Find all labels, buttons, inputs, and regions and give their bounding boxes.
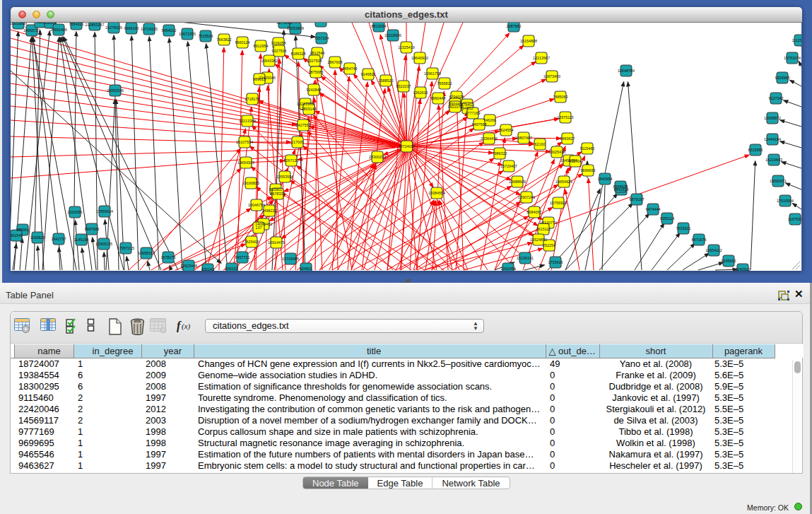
svg-text:f: f (177, 320, 182, 332)
svg-text:989015: 989015 (253, 77, 266, 81)
svg-text:18724007: 18724007 (399, 144, 416, 148)
svg-text:685061: 685061 (16, 228, 29, 232)
svg-text:1621072: 1621072 (448, 105, 463, 109)
svg-text:12213369: 12213369 (297, 102, 314, 106)
svg-text:3624554: 3624554 (499, 128, 514, 132)
svg-text:1640954: 1640954 (598, 177, 613, 181)
svg-text:10807487: 10807487 (515, 136, 532, 140)
svg-text:7654321: 7654321 (69, 23, 84, 26)
svg-text:12975115: 12975115 (557, 115, 574, 119)
svg-text:1092450: 1092450 (501, 267, 516, 271)
svg-text:9997586: 9997586 (85, 227, 100, 231)
svg-text:12213369: 12213369 (239, 119, 256, 123)
svg-text:9084067: 9084067 (527, 210, 542, 214)
svg-text:9327508: 9327508 (307, 59, 322, 63)
svg-text:17016504: 17016504 (777, 199, 794, 203)
svg-text:2942737: 2942737 (52, 237, 66, 241)
svg-text:4532178: 4532178 (314, 23, 329, 23)
svg-text:495704: 495704 (569, 159, 582, 163)
svg-text:16543382: 16543382 (261, 59, 278, 63)
svg-text:9699695: 9699695 (581, 168, 596, 173)
svg-text:9245652: 9245652 (722, 259, 736, 263)
svg-text:2687682: 2687682 (507, 24, 522, 28)
svg-text:28300293: 28300293 (369, 155, 386, 159)
svg-text:11123456: 11123456 (792, 38, 801, 42)
svg-text:7625402: 7625402 (245, 240, 259, 244)
svg-text:16210643: 16210643 (765, 158, 782, 162)
svg-text:10654112: 10654112 (705, 248, 722, 252)
svg-text:2718176: 2718176 (245, 97, 260, 101)
svg-text:8186328: 8186328 (291, 52, 306, 56)
svg-text:16120774: 16120774 (540, 221, 557, 225)
svg-text:17957215: 17957215 (117, 246, 134, 250)
svg-text:19218506: 19218506 (384, 33, 401, 37)
svg-text:8678332: 8678332 (271, 192, 286, 196)
svg-text:9227342: 9227342 (769, 96, 784, 100)
svg-text:991549: 991549 (11, 233, 23, 238)
svg-text:17859924: 17859924 (96, 209, 113, 214)
svg-text:19384554: 19384554 (428, 191, 445, 195)
svg-text:7955812: 7955812 (437, 81, 452, 86)
svg-text:10973493: 10973493 (543, 74, 560, 78)
svg-text:7357224: 7357224 (314, 36, 329, 40)
svg-text:9146821: 9146821 (361, 72, 376, 76)
svg-text:3498222: 3498222 (262, 209, 277, 213)
svg-text:19654925: 19654925 (237, 160, 254, 165)
svg-text:8267130: 8267130 (284, 158, 299, 163)
svg-text:6497568: 6497568 (472, 122, 487, 127)
svg-text:12444194: 12444194 (764, 137, 781, 141)
svg-text:14055721: 14055721 (23, 28, 40, 33)
svg-text:9355114: 9355114 (660, 216, 675, 221)
svg-text:1678275: 1678275 (161, 255, 176, 259)
svg-text:9474444: 9474444 (646, 207, 661, 211)
svg-text:8912954: 8912954 (254, 44, 269, 48)
svg-text:8322037: 8322037 (396, 84, 411, 88)
svg-text:8215955: 8215955 (748, 148, 763, 152)
svg-text:62160: 62160 (535, 142, 546, 146)
svg-text:7632621: 7632621 (676, 226, 691, 230)
svg-text:15136141: 15136141 (517, 256, 534, 260)
svg-text:7663822: 7663822 (217, 37, 232, 42)
svg-text:9329965: 9329965 (775, 76, 790, 80)
svg-text:9463627: 9463627 (560, 136, 575, 141)
svg-text:9457721: 9457721 (235, 255, 250, 259)
svg-text:2812546: 2812546 (310, 51, 325, 55)
svg-text:12213967: 12213967 (533, 56, 550, 60)
svg-text:10671355: 10671355 (179, 32, 196, 36)
svg-text:1615112: 1615112 (536, 227, 551, 231)
svg-text:20364436: 20364436 (481, 136, 498, 141)
svg-text:7485063: 7485063 (553, 95, 568, 99)
svg-text:10756928: 10756928 (550, 201, 567, 205)
svg-text:12923448: 12923448 (180, 264, 197, 268)
svg-text:1167533: 1167533 (788, 217, 801, 221)
svg-text:12905135: 12905135 (95, 242, 112, 246)
svg-text:1733426: 1733426 (548, 260, 563, 264)
svg-text:7515526: 7515526 (199, 34, 213, 38)
svg-text:8813054: 8813054 (372, 24, 387, 28)
svg-text:15907249: 15907249 (518, 195, 535, 199)
svg-text:15720407: 15720407 (500, 164, 517, 168)
svg-text:1145194: 1145194 (74, 238, 89, 242)
svg-text:6794028: 6794028 (449, 95, 464, 99)
svg-text:3875685: 3875685 (309, 70, 324, 74)
svg-text:26053346: 26053346 (107, 88, 124, 93)
svg-text:9242848: 9242848 (307, 88, 322, 92)
svg-text:830142: 830142 (201, 267, 214, 271)
svg-text:8990448: 8990448 (431, 96, 446, 100)
svg-text:10958107: 10958107 (138, 251, 155, 255)
svg-text:8427552: 8427552 (296, 123, 311, 127)
svg-text:2020656: 2020656 (68, 210, 83, 214)
svg-text:6966160: 6966160 (124, 26, 139, 30)
svg-text:1588520: 1588520 (379, 78, 394, 83)
svg-text:(x): (x) (182, 322, 191, 331)
svg-text:19654923: 19654923 (555, 180, 572, 184)
svg-text:12095872: 12095872 (764, 116, 781, 120)
svg-text:19166825: 19166825 (242, 181, 259, 185)
svg-text:16961758: 16961758 (424, 71, 441, 76)
svg-text:11325419: 11325419 (398, 45, 415, 49)
svg-text:16914479: 16914479 (268, 240, 285, 245)
svg-text:16033809: 16033809 (11, 23, 27, 25)
svg-text:15751074: 15751074 (784, 56, 801, 60)
svg-text:8273645: 8273645 (277, 23, 292, 25)
svg-text:9454012: 9454012 (162, 28, 177, 33)
